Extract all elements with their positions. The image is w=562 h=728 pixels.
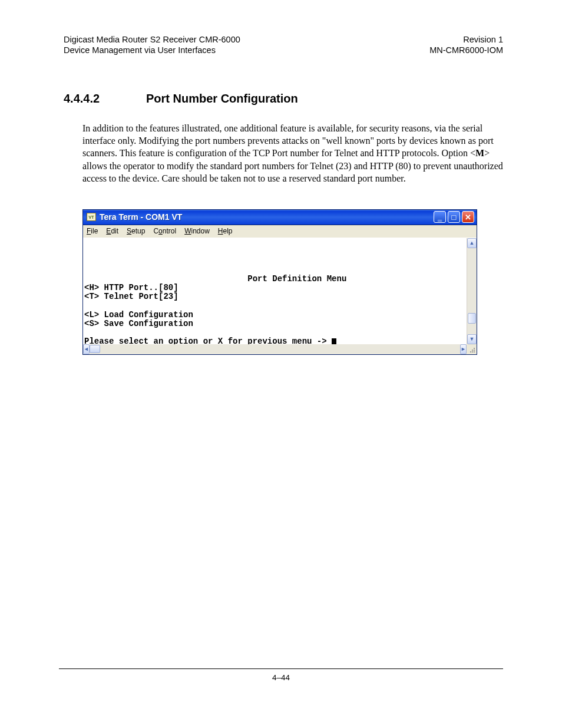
- header-left-1: Digicast Media Router S2 Receiver CMR-60…: [64, 34, 240, 45]
- terminal-save-line: <S> Save Configuration: [84, 319, 193, 328]
- header-right-2: MN-CMR6000-IOM: [429, 45, 503, 55]
- header-left-2: Device Management via User Interfaces: [64, 45, 240, 55]
- scroll-track[interactable]: [467, 248, 477, 334]
- hscroll-thumb[interactable]: [90, 345, 100, 353]
- scroll-left-button[interactable]: ◄: [83, 344, 90, 354]
- cursor-icon: [332, 338, 336, 344]
- page-number: 4–44: [0, 673, 562, 682]
- resize-grip[interactable]: [467, 344, 477, 354]
- grip-icon: [470, 347, 475, 353]
- header-right-1: Revision 1: [429, 34, 503, 45]
- scroll-up-button[interactable]: ▲: [467, 238, 477, 248]
- scroll-right-button[interactable]: ►: [460, 344, 467, 354]
- terminal-content[interactable]: Port Definition Menu <H> HTTP Port..[80]…: [83, 238, 467, 344]
- menu-edit[interactable]: Edit: [106, 227, 118, 235]
- horizontal-scrollbar[interactable]: ◄ ►: [83, 344, 467, 354]
- section-paragraph: In addition to the features illustrated,…: [82, 122, 503, 185]
- menu-file[interactable]: File: [87, 227, 98, 235]
- footer-rule: [59, 668, 503, 669]
- section-title: Port Number Configuration: [146, 92, 298, 105]
- window-titlebar[interactable]: VT Tera Term - COM1 VT ‗ □ ✕: [83, 210, 477, 225]
- vertical-scrollbar[interactable]: ▲ ▼: [467, 238, 477, 344]
- terminal-telnet-line: <T> Telnet Port[23]: [84, 292, 178, 301]
- menu-setup[interactable]: Setup: [127, 227, 145, 235]
- menu-help[interactable]: Help: [218, 227, 233, 235]
- scroll-down-button[interactable]: ▼: [467, 334, 477, 344]
- window-title: Tera Term - COM1 VT: [100, 212, 434, 222]
- scroll-thumb[interactable]: [468, 313, 476, 324]
- terminal-prompt: Please select an option or X for previou…: [84, 337, 332, 344]
- terminal-http-line: <H> HTTP Port..[80]: [84, 283, 178, 292]
- hscroll-track[interactable]: [90, 344, 460, 354]
- page-header: Digicast Media Router S2 Receiver CMR-60…: [64, 34, 503, 55]
- menu-bar: File Edit Setup Control Window Help: [83, 225, 477, 238]
- teraterm-window: VT Tera Term - COM1 VT ‗ □ ✕ File Edit S…: [82, 209, 477, 355]
- section-number: 4.4.4.2: [64, 92, 146, 106]
- option-m: M: [475, 148, 484, 158]
- menu-window[interactable]: Window: [184, 227, 210, 235]
- minimize-button[interactable]: ‗: [434, 211, 446, 223]
- maximize-button[interactable]: □: [448, 211, 460, 223]
- terminal-load-line: <L> Load Configuration: [84, 310, 193, 319]
- menu-control[interactable]: Control: [153, 227, 176, 235]
- app-icon: VT: [87, 213, 96, 221]
- terminal-menu-title: Port Definition Menu: [84, 274, 346, 284]
- close-button[interactable]: ✕: [462, 211, 474, 223]
- section-heading: 4.4.4.2Port Number Configuration: [64, 92, 503, 106]
